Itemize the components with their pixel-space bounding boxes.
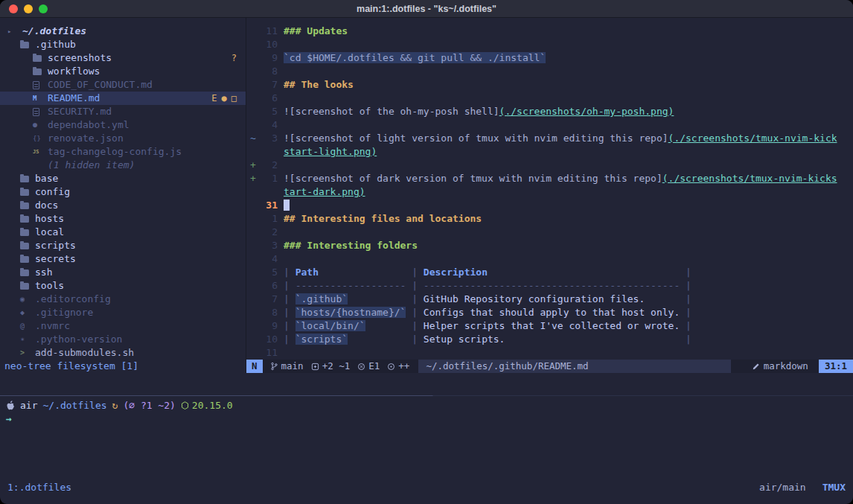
tree-item-hosts[interactable]: hosts [0, 212, 246, 226]
git-sign [246, 346, 258, 360]
line-text: | `local/bin/` | Helper scripts that I'v… [284, 319, 691, 333]
folder-icon [33, 68, 45, 75]
folder-icon [20, 216, 33, 223]
tree-item-python-version[interactable]: ∗.python-version [0, 333, 246, 346]
editor-buffer[interactable]: 11### Updates 10 9`cd $HOME/.dotfiles &&… [246, 18, 853, 360]
line-number: 9 [258, 51, 278, 65]
tree-item-secrets[interactable]: secrets [0, 252, 246, 266]
buffer-line[interactable]: 8 [246, 65, 853, 78]
buffer-line[interactable]: ~3![screenshot of light version of tmux … [246, 132, 853, 145]
tree-item-github[interactable]: .github [0, 38, 246, 51]
tree-item-editorconfig[interactable]: ◉.editorconfig [0, 293, 246, 306]
buffer-line[interactable]: start-light.png) [246, 145, 853, 159]
close-button[interactable] [9, 4, 18, 13]
buffer-line[interactable]: +2 [246, 159, 853, 172]
prompt-arrow[interactable]: → [6, 412, 12, 426]
buffer-line[interactable]: 1## Interesting files and locations [246, 212, 853, 226]
text-segment [284, 200, 290, 211]
buffer-line[interactable]: 4 [246, 252, 853, 266]
buffer-line[interactable]: 5| Path | Description | [246, 266, 853, 279]
shell-pane[interactable]: air ~/.dotfiles ↻ (∅ ?1 ~2) 20.15.0 → [0, 396, 853, 426]
buffer-line[interactable]: 10 [246, 38, 853, 51]
tree-item-tag-changelog-config-js[interactable]: JStag-changelog-config.js [0, 145, 246, 159]
braces-icon: {} [33, 132, 45, 145]
line-number: 9 [258, 319, 278, 333]
text-segment: | [284, 307, 295, 318]
text-segment: Path [295, 267, 319, 278]
tree-item-1-hidden-item[interactable]: (1 hidden item) [0, 159, 246, 172]
buffer-line[interactable]: 31 [246, 199, 853, 212]
buffer-line[interactable]: +1![screenshot of dark version of tmux w… [246, 172, 853, 185]
line-text: ## The looks [284, 78, 354, 92]
line-number: 5 [258, 266, 278, 279]
tree-item-config[interactable]: config [0, 185, 246, 199]
tree-item-readme-md[interactable]: MREADME.mdE●□ [0, 92, 246, 105]
line-text: | `scripts` | Setup scripts. | [284, 333, 691, 346]
tree-item-label: .github [35, 38, 76, 51]
buffer-line[interactable]: 8| `hosts/{hostname}/` | Configs that sh… [246, 306, 853, 319]
line-text: | ------------------- | ----------------… [284, 279, 691, 293]
buffer-line[interactable]: 10| `scripts` | Setup scripts. | [246, 333, 853, 346]
buffer-line[interactable]: 7## The looks [246, 78, 853, 92]
tree-item-local[interactable]: local [0, 226, 246, 239]
buffer-line[interactable]: 7| `.github` | GitHub Repository configu… [246, 293, 853, 306]
text-segment: `cd $HOME/.dotfiles && git pull && ./ins… [284, 52, 546, 63]
git-sign [246, 145, 258, 159]
buffer-line[interactable]: 11### Updates [246, 25, 853, 38]
tree-item-ssh[interactable]: ssh [0, 266, 246, 279]
tree-item-gitignore[interactable]: ◆.gitignore [0, 306, 246, 319]
text-segment: GitHub Repository configuration files. [424, 293, 645, 304]
tree-item-scripts[interactable]: scripts [0, 239, 246, 252]
tree-item-code-of-conduct-md[interactable]: CODE_OF_CONDUCT.md [0, 78, 246, 92]
tree-item-screenshots[interactable]: screenshots? [0, 51, 246, 65]
buffer-line[interactable]: 9`cd $HOME/.dotfiles && git pull && ./in… [246, 51, 853, 65]
text-segment: | [680, 320, 691, 331]
text-segment: Description [424, 267, 488, 278]
buffer-line[interactable]: 9| `local/bin/` | Helper scripts that I'… [246, 319, 853, 333]
git-diff-counts: +2 ~1 [322, 360, 351, 373]
tree-item-security-md[interactable]: SECURITY.md [0, 105, 246, 118]
buffer-line[interactable]: 2 [246, 226, 853, 239]
tree-item-nvmrc[interactable]: @.nvmrc [0, 319, 246, 333]
line-text: start-light.png) [284, 145, 377, 159]
tmux-window-tab[interactable]: 1:.dotfiles [7, 481, 71, 494]
editor-pane[interactable]: 11### Updates 10 9`cd $HOME/.dotfiles &&… [246, 18, 853, 373]
filetype-indicator: markdown [752, 360, 808, 373]
buffer-line[interactable]: 3### Interesting folders [246, 239, 853, 252]
folder-icon [20, 283, 33, 290]
buffer-line[interactable]: 6| ------------------- | ---------------… [246, 279, 853, 293]
tree-item-tools[interactable]: tools [0, 279, 246, 293]
text-segment: | [319, 267, 424, 278]
git-sign [246, 118, 258, 132]
tree-item-base[interactable]: base [0, 172, 246, 185]
line-number: 11 [258, 346, 278, 360]
git-sign: + [246, 172, 258, 185]
tree-item-workflows[interactable]: workflows [0, 65, 246, 78]
tree-item-label: local [35, 226, 64, 239]
vim-mode-indicator: N [246, 360, 263, 373]
buffer-line[interactable]: 4 [246, 118, 853, 132]
tree-item-add-submodules-sh[interactable]: >add-submodules.sh [0, 346, 246, 360]
text-segment: ### Updates [284, 25, 348, 36]
git-sign [246, 239, 258, 252]
zoom-button[interactable] [39, 4, 48, 13]
git-branch: main [270, 360, 304, 373]
minimize-button[interactable] [24, 4, 33, 13]
tree-item-dotfiles[interactable]: ▸~/.dotfiles [0, 25, 246, 38]
git-sign: + [246, 159, 258, 172]
text-segment: | [680, 280, 691, 291]
node-version-segment: 20.15.0 [181, 399, 233, 412]
buffer-line[interactable]: 5![screenshot of the oh-my-posh shell](.… [246, 105, 853, 118]
tree-item-dependabot-yml[interactable]: ●dependabot.yml [0, 118, 246, 132]
buffer-line[interactable]: tart-dark.png) [246, 185, 853, 199]
line-number: 2 [258, 226, 278, 239]
text-segment: | [645, 293, 691, 304]
hostname: air [20, 399, 37, 412]
buffer-line[interactable]: 11 [246, 346, 853, 360]
text-segment: ## The looks [284, 79, 354, 90]
buffer-line[interactable]: 6 [246, 92, 853, 105]
tree-item-docs[interactable]: docs [0, 199, 246, 212]
tree-item-renovate-json[interactable]: {}renovate.json [0, 132, 246, 145]
tmux-label: TMUX [822, 481, 846, 494]
text-segment: ### Interesting folders [284, 240, 418, 251]
